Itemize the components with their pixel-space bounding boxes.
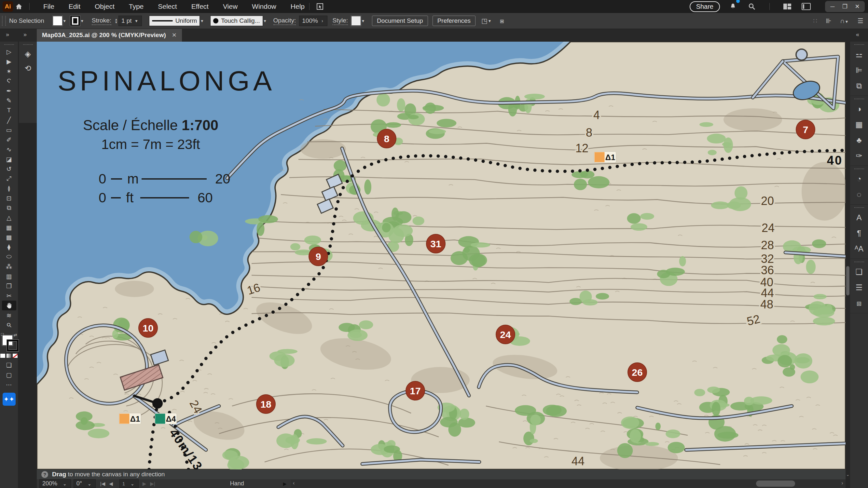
collapse-dock-icon[interactable]: » bbox=[24, 31, 27, 38]
chevron-down-icon[interactable]: ▾ bbox=[135, 18, 138, 24]
screen-mode-icon[interactable]: ▢ bbox=[2, 370, 16, 380]
expand-panels-icon[interactable]: « bbox=[856, 31, 859, 38]
paintbrush-tool-icon[interactable]: ✐ bbox=[2, 135, 16, 144]
swap-fill-stroke-icon[interactable]: ⇄ bbox=[14, 332, 17, 337]
symbols-panel-icon[interactable]: ♣ bbox=[852, 132, 866, 148]
curvature-tool-icon[interactable]: ✎ bbox=[2, 96, 16, 105]
paragraph-panel-icon[interactable]: ¶ bbox=[852, 225, 866, 241]
layers-panel-icon[interactable]: ❏ bbox=[852, 264, 866, 280]
graph-tool-icon[interactable]: ▥ bbox=[2, 271, 16, 281]
controlbar-drag-handle[interactable] bbox=[2, 16, 6, 26]
panel-drag-handle[interactable] bbox=[854, 44, 864, 45]
menu-item-help[interactable]: Help bbox=[291, 3, 305, 10]
status-flyout-icon[interactable]: ▶ bbox=[283, 481, 287, 486]
none-button[interactable] bbox=[12, 353, 18, 358]
drawing-modes-icon[interactable]: ❏ bbox=[2, 360, 16, 370]
snap-options-icon[interactable]: ⊪ bbox=[826, 17, 831, 25]
dock-drag-handle[interactable] bbox=[23, 44, 33, 45]
zoom-tool-icon[interactable]: ⚲ bbox=[2, 320, 16, 330]
gradient-tool-icon[interactable]: ▩ bbox=[2, 232, 16, 242]
previous-artboard-icon[interactable]: ◀ bbox=[109, 481, 113, 487]
mesh-tool-icon[interactable]: ▦ bbox=[2, 223, 16, 232]
magic-wand-tool-icon[interactable]: ✶ bbox=[2, 66, 16, 76]
close-icon[interactable]: ✕ bbox=[851, 2, 863, 11]
eraser-tool-icon[interactable]: ◪ bbox=[2, 154, 16, 164]
help-icon[interactable]: ? bbox=[41, 471, 48, 478]
width-tool-icon[interactable]: ≬ bbox=[2, 184, 16, 193]
rectangle-tool-icon[interactable]: ▭ bbox=[2, 125, 16, 135]
direct-selection-tool-icon[interactable]: ▶ bbox=[2, 57, 16, 66]
history-dock-icon[interactable]: ⟲ bbox=[21, 61, 35, 75]
type-tool-icon[interactable]: T bbox=[2, 105, 16, 115]
document-setup-button[interactable]: Document Setup bbox=[372, 15, 428, 26]
swatches-panel-icon[interactable]: ▦ bbox=[852, 117, 866, 132]
next-artboard-icon[interactable]: ▶ bbox=[143, 481, 147, 487]
artboard-number-select[interactable]: 1⌄ bbox=[119, 479, 138, 488]
chevron-down-icon[interactable]: ▾ bbox=[489, 18, 491, 24]
shaper-tool-icon[interactable]: ∿ bbox=[2, 144, 16, 154]
stroke-width-field[interactable]: 1 pt▾ bbox=[119, 15, 142, 26]
panel-drag-handle[interactable] bbox=[854, 99, 864, 99]
horizontal-scrollbar[interactable]: ‹ › bbox=[291, 480, 845, 488]
style-label[interactable]: Style: bbox=[333, 17, 348, 25]
scroll-right-icon[interactable]: › bbox=[839, 480, 845, 486]
vertical-scrollbar-thumb[interactable] bbox=[846, 266, 849, 295]
brushes-panel-icon[interactable]: ✑ bbox=[852, 148, 866, 164]
stroke-label[interactable]: Stroke: bbox=[92, 17, 111, 25]
menu-item-effect[interactable]: Effect bbox=[191, 3, 209, 10]
menu-item-edit[interactable]: Edit bbox=[69, 3, 81, 10]
pathfinder-panel-icon[interactable]: ⧉ bbox=[852, 78, 866, 94]
stroke-color-swatch[interactable] bbox=[70, 16, 80, 26]
scroll-down-icon[interactable]: ⌄ bbox=[845, 469, 850, 479]
chevron-down-icon[interactable]: ▾ bbox=[362, 18, 364, 24]
close-tab-icon[interactable]: ✕ bbox=[172, 32, 177, 39]
color-panel-icon[interactable]: ◑ bbox=[852, 101, 866, 117]
symbol-sprayer-tool-icon[interactable]: ⁂ bbox=[2, 262, 16, 271]
menu-item-window[interactable]: Window bbox=[252, 3, 276, 10]
notifications-icon[interactable] bbox=[727, 1, 739, 12]
stroke-swatch[interactable] bbox=[7, 340, 19, 351]
pen-tool-icon[interactable]: ✒ bbox=[2, 86, 16, 96]
snap-magnet-icon[interactable]: ∩▾ bbox=[840, 17, 849, 25]
chevron-right-icon[interactable]: › bbox=[321, 18, 323, 24]
workspace-switcher-icon[interactable] bbox=[781, 1, 793, 12]
artboards-panel-icon[interactable]: ⧈ bbox=[852, 295, 866, 311]
selection-tool-icon[interactable]: ▷ bbox=[2, 47, 16, 57]
blend-tool-icon[interactable]: ⬭ bbox=[2, 252, 16, 262]
horizontal-scrollbar-thumb[interactable] bbox=[756, 481, 795, 487]
preferences-button[interactable]: Preferences bbox=[433, 15, 475, 26]
menu-item-object[interactable]: Object bbox=[95, 3, 115, 10]
new-document-from-selection-icon[interactable]: ⧆ bbox=[500, 17, 504, 25]
zoom-level-select[interactable]: 200%⌄ bbox=[39, 479, 71, 488]
edit-toolbar-icon[interactable]: ⋯ bbox=[2, 380, 16, 389]
share-button[interactable]: Share bbox=[690, 1, 720, 12]
document-switch-icon[interactable] bbox=[314, 1, 326, 12]
transparency-panel-icon[interactable]: ◔ bbox=[852, 171, 866, 187]
lasso-tool-icon[interactable]: Ϛ bbox=[2, 76, 16, 86]
controlbar-menu-icon[interactable]: ☰ bbox=[858, 17, 863, 25]
arrange-documents-icon[interactable]: ∷ bbox=[813, 17, 817, 25]
panel-drag-handle[interactable] bbox=[854, 207, 864, 208]
illustrator-app-icon[interactable]: Ai bbox=[3, 1, 13, 12]
line-segment-tool-icon[interactable]: ╱ bbox=[2, 115, 16, 125]
perspective-grid-tool-icon[interactable]: △ bbox=[2, 213, 16, 223]
hand-tool-icon[interactable] bbox=[2, 301, 16, 311]
chevron-down-icon[interactable]: ▾ bbox=[264, 18, 266, 24]
appearance-panel-icon[interactable]: ◌ bbox=[852, 187, 866, 202]
document-tab[interactable]: Map03A_2025.ai @ 200 % (CMYK/Preview) ✕ bbox=[37, 29, 182, 42]
last-artboard-icon[interactable]: ▶| bbox=[150, 481, 155, 487]
glyphs-panel-icon[interactable]: ᴬA bbox=[852, 241, 866, 257]
search-icon[interactable] bbox=[746, 1, 758, 12]
menu-item-file[interactable]: File bbox=[43, 3, 54, 10]
fill-stroke-control[interactable]: ❏⇄ bbox=[1, 333, 17, 351]
stroke-panel-icon[interactable]: ☰ bbox=[852, 280, 866, 295]
map-canvas[interactable]: SPINALONGAScale / Échelle 1:7001cm = 7m … bbox=[37, 42, 845, 469]
toolbar-drag-handle[interactable] bbox=[4, 44, 14, 45]
collapse-toolbar-icon[interactable]: » bbox=[6, 31, 9, 38]
first-artboard-icon[interactable]: |◀ bbox=[100, 481, 105, 487]
chevron-down-icon[interactable]: ▾ bbox=[81, 18, 83, 24]
free-transform-tool-icon[interactable]: ⊡ bbox=[2, 193, 16, 203]
touch-workspace-icon[interactable] bbox=[800, 1, 812, 12]
chevron-down-icon[interactable]: ▾ bbox=[63, 18, 66, 24]
home-icon[interactable] bbox=[13, 1, 25, 12]
